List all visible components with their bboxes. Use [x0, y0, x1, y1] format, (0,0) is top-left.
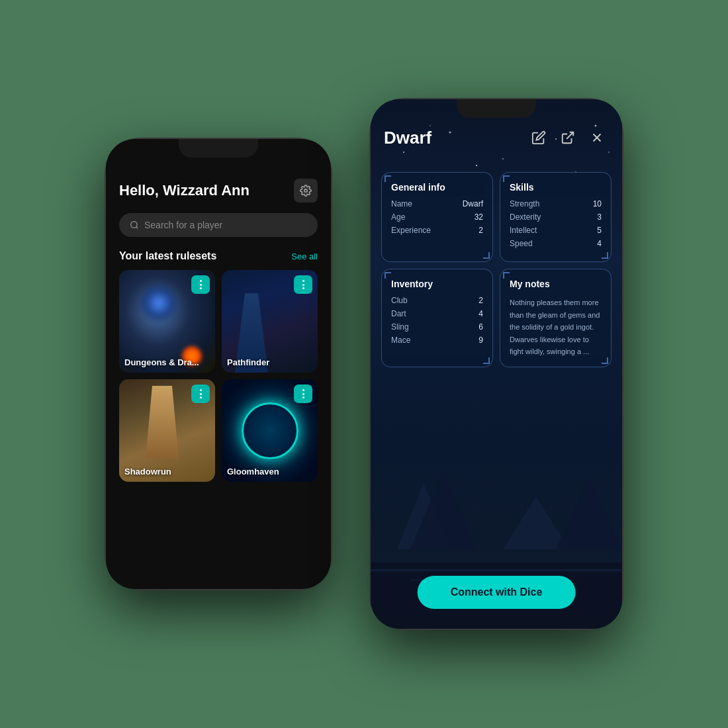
name-value: Dwarf: [463, 199, 483, 208]
name-row: Name Dwarf: [391, 199, 483, 208]
phone-1: Hello, Wizzard Ann Search for a player: [106, 139, 331, 589]
header-actions: [527, 126, 609, 150]
speed-value: 4: [597, 239, 602, 248]
menu-dots-icon: [200, 389, 202, 398]
svg-point-0: [304, 189, 308, 193]
general-info-card: General info Name Dwarf Age 32 Experienc…: [381, 172, 493, 262]
dart-row: Dart 4: [391, 309, 483, 318]
dart-label: Dart: [391, 309, 406, 318]
dexterity-row: Dexterity 3: [510, 212, 602, 222]
game-card-pathfinder[interactable]: Pathfinder: [222, 270, 318, 373]
greeting-text: Hello, Wizzard Ann: [119, 182, 250, 199]
dexterity-label: Dexterity: [510, 212, 541, 222]
close-icon: [590, 130, 604, 145]
share-icon: [561, 130, 575, 145]
search-icon: [130, 220, 139, 230]
gloomhaven-menu-button[interactable]: [294, 385, 312, 403]
rulesets-section-header: Your latest rulesets See all: [119, 250, 318, 262]
strength-row: Strength 10: [510, 199, 602, 208]
age-value: 32: [475, 212, 483, 222]
notes-card: My notes Nothing pleases them more than …: [500, 269, 612, 367]
connect-with-dice-button[interactable]: Connect with Dice: [418, 576, 576, 609]
sling-value: 6: [478, 322, 483, 332]
phone1-header: Hello, Wizzard Ann: [119, 179, 318, 203]
dexterity-value: 3: [597, 212, 602, 222]
svg-line-24: [567, 132, 573, 139]
character-cards-grid: General info Name Dwarf Age 32 Experienc…: [381, 172, 612, 367]
shadowrun-menu-button[interactable]: [191, 385, 210, 403]
edit-button[interactable]: [527, 126, 551, 150]
game-card-gloomhaven[interactable]: Gloomhaven: [222, 379, 318, 482]
phone2-screen: Dwarf: [371, 99, 622, 629]
menu-dots-icon: [200, 280, 202, 289]
phone2-header: Dwarf: [371, 99, 622, 158]
phone1-content: Hello, Wizzard Ann Search for a player: [106, 139, 331, 589]
settings-button[interactable]: [294, 179, 318, 203]
search-placeholder: Search for a player: [144, 220, 222, 230]
menu-dots-icon: [302, 389, 304, 398]
dart-value: 4: [478, 309, 483, 318]
see-all-link[interactable]: See all: [291, 251, 318, 261]
skills-card: Skills Strength 10 Dexterity 3 Intellect…: [500, 172, 612, 262]
svg-marker-19: [503, 496, 569, 549]
shadowrun-label: Shadowrun: [124, 467, 171, 477]
menu-dots-icon: [302, 280, 304, 289]
game-card-dnd[interactable]: Dungeons & Dra...: [119, 270, 215, 373]
search-bar[interactable]: Search for a player: [119, 213, 318, 237]
experience-row: Experience 2: [391, 226, 483, 235]
strength-label: Strength: [510, 199, 539, 208]
svg-point-1: [131, 222, 137, 228]
intellect-row: Intellect 5: [510, 226, 602, 235]
sling-row: Sling 6: [391, 322, 483, 332]
phone-2: Dwarf: [371, 99, 622, 629]
experience-label: Experience: [391, 226, 431, 235]
mace-label: Mace: [391, 336, 410, 345]
mace-value: 9: [478, 336, 483, 345]
svg-point-5: [502, 158, 504, 159]
age-label: Age: [391, 212, 405, 222]
sling-label: Sling: [391, 322, 409, 332]
notes-title: My notes: [510, 279, 602, 289]
dnd-label: Dungeons & Dra...: [124, 357, 199, 367]
dnd-menu-button[interactable]: [191, 275, 210, 294]
name-label: Name: [391, 199, 412, 208]
skills-title: Skills: [510, 182, 602, 193]
character-name-title: Dwarf: [384, 128, 432, 148]
phone1-notch: [179, 139, 258, 158]
game-card-shadowrun[interactable]: Shadowrun: [119, 379, 215, 482]
rulesets-title: Your latest rulesets: [119, 250, 216, 262]
svg-marker-20: [556, 477, 622, 549]
general-info-title: General info: [391, 182, 483, 193]
pathfinder-label: Pathfinder: [227, 357, 269, 367]
intellect-value: 5: [597, 226, 602, 235]
pathfinder-menu-button[interactable]: [294, 275, 312, 294]
notes-text: Nothing pleases them more than the gleam…: [510, 298, 600, 355]
svg-point-9: [476, 165, 477, 166]
club-value: 2: [478, 296, 483, 305]
experience-value: 2: [478, 226, 483, 235]
pencil-icon: [531, 130, 546, 145]
svg-line-2: [136, 227, 138, 229]
game-grid: Dungeons & Dra... Pathfinder Shadowrun: [119, 270, 318, 482]
club-row: Club 2: [391, 296, 483, 305]
intellect-label: Intellect: [510, 226, 537, 235]
speed-row: Speed 4: [510, 239, 602, 248]
speed-label: Speed: [510, 239, 533, 248]
svg-rect-21: [371, 569, 622, 571]
inventory-title: Inventory: [391, 279, 483, 289]
strength-value: 10: [593, 199, 602, 208]
share-button[interactable]: [556, 126, 580, 150]
close-button[interactable]: [585, 126, 609, 150]
club-label: Club: [391, 296, 408, 305]
inventory-card: Inventory Club 2 Dart 4 Sling 6 Mace 9: [381, 269, 493, 367]
gear-icon: [300, 185, 312, 197]
gloomhaven-label: Gloomhaven: [227, 467, 279, 477]
phone1-screen: Hello, Wizzard Ann Search for a player: [106, 139, 331, 589]
mace-row: Mace 9: [391, 336, 483, 345]
age-row: Age 32: [391, 212, 483, 222]
